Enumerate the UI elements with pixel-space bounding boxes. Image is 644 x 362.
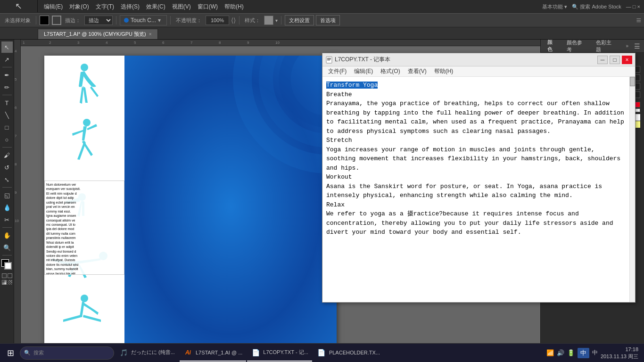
notepad-maximize-btn[interactable]: □ — [610, 56, 620, 64]
stroke-label: 描边： — [63, 17, 83, 24]
style-box[interactable] — [264, 16, 273, 25]
menu-help[interactable]: 帮助(H) — [222, 2, 247, 12]
svg-point-1 — [83, 119, 91, 126]
notepad2-app-label: PLACEHOLDER.TX... — [329, 350, 380, 355]
preferences-btn[interactable]: 首选项 — [316, 15, 340, 25]
tool-zoom[interactable]: 🔍 — [1, 242, 13, 253]
doc-setup-btn[interactable]: 文档设置 — [285, 15, 314, 25]
panel-tab-color-theme[interactable]: 色彩主题 — [593, 38, 619, 54]
color-fill-mode[interactable] — [2, 273, 7, 278]
touch-preset[interactable]: Touch C... ▾ — [120, 15, 167, 25]
taskbar-app-illustrator[interactable]: Ai L7START_1.AI @ ... — [180, 345, 246, 362]
notepad-body: Transform Yoga Breathe Pranayama, the yo… — [322, 77, 635, 302]
style-label: 样式： — [243, 17, 262, 24]
taskbar-app-notepad1[interactable]: 📄 L7COPY.TXT - 记... — [247, 345, 312, 362]
tool-rotate[interactable]: ↺ — [1, 162, 13, 173]
notepad-menu-format[interactable]: 格式(O) — [377, 66, 404, 76]
menu-bar: Ai 文件(F) 编辑(E) 对象(O) 文字(T) 选择(S) 效果(C) 视… — [0, 0, 644, 13]
tool-paintbrush[interactable]: 🖌 — [1, 149, 13, 161]
panel-expand[interactable]: » — [626, 43, 628, 49]
panel-header: 颜色 颜色参考 色彩主题 » ☰ — [541, 40, 644, 53]
fill-color[interactable] — [40, 16, 49, 25]
touch-label: Touch C... — [131, 17, 156, 24]
network-icon[interactable]: 📶 — [546, 349, 554, 356]
toolbox: ↖ ↗ ✒ ✏ T ╲ □ ○ 🖌 ↺ ⤡ ◱ 💧 ✂ ✋ 🔍 — [0, 40, 14, 350]
menu-effect[interactable]: 效果(C) — [143, 2, 168, 12]
start-button[interactable]: ⊞ — [2, 345, 19, 362]
tool-scissors[interactable]: ✂ — [1, 214, 13, 225]
tool-ellipse[interactable]: ○ — [1, 134, 13, 145]
artboard-text-box: Num doloreetum ver esequam ver suscipist… — [44, 181, 124, 275]
tab-label: L7START_1.AI* @ 100% (CMYK/GPU 预览) — [44, 31, 146, 38]
notepad-menubar: 文件(F) 编辑(E) 格式(O) 查看(V) 帮助(H) — [322, 66, 635, 77]
tool-gradient[interactable]: ◱ — [1, 189, 13, 201]
ime-indicator[interactable]: 中 — [578, 348, 589, 358]
tool-scale[interactable]: ⤡ — [1, 174, 13, 185]
notepad-icon — [325, 56, 333, 64]
tool-select[interactable]: ↖ — [1, 41, 13, 53]
opacity-input[interactable] — [206, 16, 229, 25]
svg-point-4 — [81, 295, 88, 302]
taskbar-app-notepad2[interactable]: 📄 PLACEHOLDER.TX... — [313, 345, 384, 362]
notepad-titlebar: L7COPY.TXT - 记事本 ─ □ × — [322, 53, 635, 66]
clock[interactable]: 17:18 2013.11.13 周三 — [601, 346, 638, 360]
artboard-left: Num doloreetum ver esequam ver suscipist… — [44, 56, 124, 350]
notepad-minimize-btn[interactable]: ─ — [597, 56, 608, 64]
artboard-right — [124, 56, 337, 350]
notepad-menu-edit[interactable]: 编辑(E) — [350, 66, 377, 76]
gradient-mode[interactable] — [2, 280, 7, 285]
menu-edit[interactable]: 编辑(E) — [41, 2, 66, 12]
notepad-window: L7COPY.TXT - 记事本 ─ □ × 文件(F) 编辑(E) 格式(O)… — [322, 53, 636, 303]
artboard: Num doloreetum ver esequam ver suscipist… — [44, 56, 337, 350]
fill-stroke-selector[interactable] — [1, 259, 13, 271]
tool-pencil[interactable]: ✏ — [1, 82, 13, 93]
notepad-menu-help[interactable]: 帮助(H) — [430, 66, 457, 76]
panel-tab-color[interactable]: 颜色 — [545, 38, 560, 55]
volume-icon[interactable]: 🔊 — [557, 349, 564, 356]
date-display: 2013.11.13 周三 — [601, 353, 638, 360]
time-display: 17:18 — [601, 346, 638, 353]
taskbar-search[interactable]: 🔍 搜索 — [20, 346, 114, 360]
notepad-menu-view[interactable]: 查看(V) — [404, 66, 430, 76]
notepad-close-btn[interactable]: × — [622, 56, 632, 64]
search-label: 搜索 — [33, 349, 44, 356]
tool-eyedropper[interactable]: 💧 — [1, 202, 13, 213]
stroke-select[interactable]: 描边 — [84, 16, 113, 25]
tool-hand[interactable]: ✋ — [1, 230, 13, 241]
notepad-menu-file[interactable]: 文件(F) — [324, 66, 350, 76]
menu-object[interactable]: 对象(O) — [66, 2, 91, 12]
menu-window[interactable]: 窗口(W) — [195, 2, 221, 12]
no-fill-mode[interactable] — [8, 273, 12, 278]
tool-direct-select[interactable]: ↗ — [1, 54, 13, 65]
notepad-content[interactable]: Transform Yoga Breathe Pranayama, the yo… — [322, 77, 629, 302]
notepad1-icon: 📄 — [251, 348, 260, 357]
svg-rect-10 — [327, 59, 331, 59]
tool-pen[interactable]: ✒ — [1, 69, 13, 81]
notepad-scrollbar[interactable] — [629, 77, 635, 302]
yoga-pose-1 — [51, 60, 117, 117]
arrow-tool[interactable]: ↖ — [15, 1, 22, 11]
menu-text[interactable]: 文字(T) — [93, 2, 117, 12]
ruler-left: 4 5 6 7 8 9 10 — [14, 40, 21, 350]
tab-close-btn[interactable]: × — [149, 32, 152, 37]
opacity-label: 不透明度： — [174, 17, 204, 24]
yoga-pose-5 — [49, 291, 117, 343]
no-selection-label: 未选择对象 — [3, 17, 33, 24]
tool-rect[interactable]: □ — [1, 122, 13, 133]
toolbar: 未选择对象 描边： 描边 Touch C... ▾ 不透明度： ⟨⟩ 样式： ▾… — [0, 13, 644, 27]
battery-icon[interactable]: 🔋 — [567, 349, 575, 356]
panel-tab-color-ref[interactable]: 颜色参考 — [564, 38, 589, 54]
lang-indicator[interactable]: 中 — [592, 349, 598, 357]
menu-select[interactable]: 选择(S) — [118, 2, 142, 12]
menu-view[interactable]: 视图(V) — [169, 2, 194, 12]
svg-rect-9 — [327, 58, 331, 58]
tool-line[interactable]: ╲ — [1, 109, 13, 121]
pattern-mode[interactable] — [8, 280, 12, 285]
main-tab[interactable]: L7START_1.AI* @ 100% (CMYK/GPU 预览) × — [38, 29, 158, 39]
notepad2-icon: 📄 — [317, 348, 326, 357]
stroke-color[interactable] — [52, 16, 61, 25]
panel-menu[interactable]: ☰ — [634, 42, 640, 50]
taskbar-app-music[interactable]: 🎵 だったにに (纯音... — [115, 345, 179, 362]
tool-text[interactable]: T — [1, 97, 13, 108]
ruler-top: 1 2 3 4 5 6 7 8 9 10 — [21, 40, 540, 46]
